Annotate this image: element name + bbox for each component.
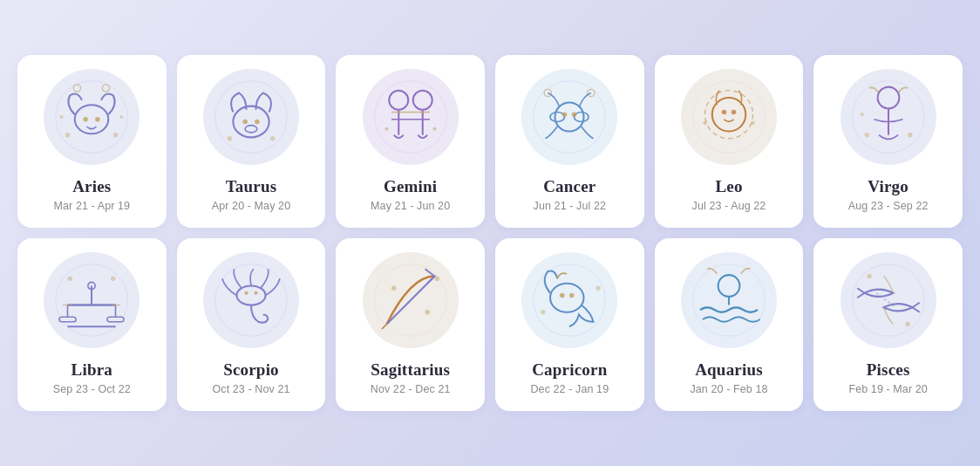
libra-icon-circle: [44, 252, 140, 348]
svg-point-73: [569, 293, 575, 298]
svg-point-2: [84, 117, 89, 122]
svg-point-4: [74, 85, 81, 92]
svg-point-39: [703, 121, 706, 125]
svg-point-17: [374, 81, 446, 154]
svg-point-5: [103, 85, 110, 92]
svg-point-74: [541, 310, 546, 315]
zodiac-card-virgo[interactable]: VirgoAug 23 - Sep 22: [813, 55, 963, 228]
zodiac-card-scorpio[interactable]: ScorpioOct 23 - Nov 21: [177, 238, 326, 411]
aquarius-dates: Jan 20 - Feb 18: [690, 383, 767, 395]
sagittarius-dates: Nov 22 - Dec 21: [371, 383, 451, 395]
leo-name: Leo: [715, 177, 742, 196]
svg-point-72: [560, 293, 565, 298]
zodiac-card-aries[interactable]: AriesMar 21 - Apr 19: [17, 55, 167, 228]
svg-point-79: [852, 264, 924, 337]
svg-point-63: [254, 291, 257, 295]
svg-point-70: [534, 264, 606, 337]
svg-point-40: [751, 121, 754, 125]
aquarius-name: Aquarius: [695, 360, 763, 380]
taurus-name: Taurus: [226, 177, 277, 196]
svg-point-46: [860, 113, 863, 116]
svg-point-44: [864, 133, 869, 138]
sagittarius-icon-circle: [363, 252, 459, 348]
svg-point-13: [255, 120, 260, 125]
svg-point-0: [56, 81, 128, 154]
taurus-dates: Apr 20 - May 20: [212, 200, 290, 212]
svg-point-38: [732, 110, 737, 115]
scorpio-icon-circle: [203, 252, 299, 348]
svg-point-75: [596, 286, 602, 291]
zodiac-card-gemini[interactable]: GeminiMay 21 - Jun 20: [336, 55, 485, 228]
svg-point-58: [68, 277, 73, 282]
zodiac-card-libra[interactable]: LibraSep 23 - Oct 22: [17, 238, 167, 411]
pisces-name: Pisces: [867, 360, 910, 380]
gemini-dates: May 21 - Jun 20: [371, 200, 450, 212]
zodiac-card-leo[interactable]: LeoJul 23 - Aug 22: [655, 55, 804, 228]
cancer-dates: Jun 21 - Jul 22: [534, 200, 607, 212]
svg-point-7: [113, 133, 119, 138]
gemini-name: Gemini: [384, 177, 437, 196]
svg-point-3: [95, 117, 100, 122]
pisces-dates: Feb 19 - Mar 20: [848, 383, 927, 395]
svg-point-45: [908, 133, 913, 138]
zodiac-card-taurus[interactable]: TaurusApr 20 - May 20: [177, 55, 326, 228]
taurus-icon-circle: [203, 69, 299, 165]
virgo-icon-circle: [840, 69, 936, 165]
svg-point-6: [65, 133, 71, 138]
svg-rect-54: [107, 317, 124, 322]
pisces-icon-circle: [840, 252, 936, 348]
svg-point-10: [215, 81, 288, 154]
virgo-dates: Aug 23 - Sep 22: [848, 200, 929, 212]
svg-point-16: [270, 136, 276, 141]
svg-point-81: [867, 274, 872, 279]
svg-point-82: [905, 322, 910, 327]
svg-point-67: [391, 286, 397, 291]
libra-dates: Sep 23 - Oct 22: [53, 383, 131, 395]
leo-icon-circle: [681, 69, 777, 165]
svg-point-15: [227, 136, 232, 141]
svg-point-77: [718, 275, 740, 297]
aries-dates: Mar 21 - Apr 19: [54, 200, 131, 212]
scorpio-name: Scorpio: [223, 360, 279, 380]
scorpio-dates: Oct 23 - Nov 21: [212, 383, 289, 395]
svg-point-68: [425, 310, 430, 315]
svg-point-12: [242, 120, 248, 125]
svg-point-8: [60, 115, 64, 119]
svg-point-19: [412, 91, 432, 110]
svg-point-14: [245, 126, 257, 133]
zodiac-card-sagittarius[interactable]: SagittariusNov 22 - Dec 21: [336, 238, 485, 411]
svg-point-59: [111, 277, 116, 282]
zodiac-card-capricorn[interactable]: CapricornDec 22 - Jan 19: [495, 238, 644, 411]
libra-name: Libra: [71, 360, 112, 380]
svg-point-62: [244, 291, 248, 295]
aquarius-icon-circle: [681, 252, 777, 348]
svg-point-34: [693, 81, 766, 154]
sagittarius-name: Sagittarius: [371, 360, 450, 380]
zodiac-card-cancer[interactable]: CancerJun 21 - Jul 22: [495, 55, 644, 228]
svg-point-69: [434, 277, 439, 282]
zodiac-grid: AriesMar 21 - Apr 19 TaurusApr 20 - May …: [17, 55, 963, 411]
capricorn-dates: Dec 22 - Jan 19: [530, 383, 609, 395]
svg-point-37: [722, 110, 727, 115]
svg-point-71: [550, 284, 584, 312]
cancer-name: Cancer: [543, 177, 595, 196]
virgo-name: Virgo: [868, 177, 909, 196]
svg-point-42: [877, 87, 899, 109]
aries-icon-circle: [44, 69, 140, 165]
gemini-icon-circle: [363, 69, 459, 165]
svg-point-31: [572, 113, 577, 118]
capricorn-name: Capricorn: [532, 360, 607, 380]
leo-dates: Jul 23 - Aug 22: [692, 200, 766, 212]
zodiac-card-aquarius[interactable]: AquariusJan 20 - Feb 18: [655, 238, 804, 411]
svg-point-24: [385, 127, 388, 131]
svg-rect-53: [59, 317, 76, 322]
svg-point-61: [236, 286, 265, 305]
capricorn-icon-circle: [521, 252, 617, 348]
zodiac-card-pisces[interactable]: PiscesFeb 19 - Mar 20: [813, 238, 963, 411]
svg-point-9: [120, 115, 124, 119]
cancer-icon-circle: [521, 69, 617, 165]
svg-point-18: [389, 91, 408, 110]
svg-point-30: [562, 113, 568, 118]
aries-name: Aries: [72, 177, 111, 196]
svg-point-25: [432, 127, 436, 131]
